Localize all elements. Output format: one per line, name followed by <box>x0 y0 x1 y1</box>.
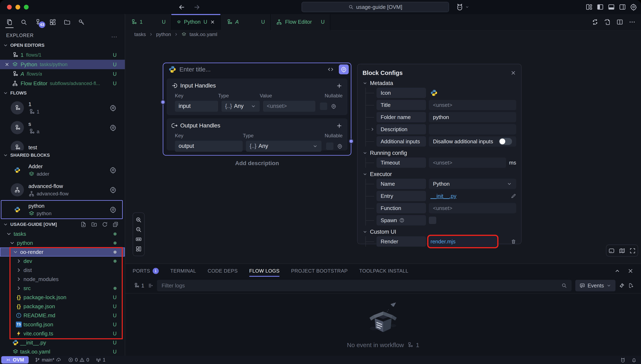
flow-settings-button[interactable] <box>110 124 117 131</box>
add-output-button[interactable] <box>336 122 343 129</box>
fullscreen-button[interactable] <box>629 247 636 254</box>
flow-item[interactable]: s a <box>0 118 125 138</box>
tree-item[interactable]: README.md U <box>0 311 125 320</box>
tree-item[interactable]: TS tsconfig.json U <box>0 320 125 329</box>
panel-tab[interactable]: TERMINAL <box>170 264 196 278</box>
function-input[interactable]: <unset> <box>429 203 516 213</box>
new-folder-button[interactable] <box>91 221 97 228</box>
customize-layout-button[interactable] <box>585 3 593 11</box>
shared-block-item[interactable]: Adder adder <box>0 160 125 180</box>
open-editor-item[interactable]: Python tasks/python U <box>0 60 125 69</box>
delete-render-button[interactable] <box>511 239 516 244</box>
add-input-button[interactable] <box>336 82 343 89</box>
tree-item[interactable]: task.oo.yaml U <box>0 347 125 356</box>
spawn-checkbox[interactable] <box>429 216 436 224</box>
nullable-checkbox[interactable] <box>326 142 333 150</box>
icon-value[interactable] <box>429 88 516 98</box>
additional-inputs-toggle[interactable] <box>499 138 512 145</box>
task-node[interactable]: Input Handles Key Type Value Nullable in… <box>163 62 351 156</box>
flow-item[interactable]: test <box>0 138 125 150</box>
zoom-out-button[interactable] <box>135 226 142 233</box>
render-input[interactable]: render.mjs <box>429 236 497 247</box>
flow-canvas[interactable]: Input Handles Key Type Value Nullable in… <box>125 39 641 264</box>
editor-more-actions-button[interactable] <box>629 18 636 25</box>
activity-folder-button[interactable] <box>63 16 72 28</box>
timeout-input[interactable]: <unset> <box>429 158 506 168</box>
maximize-panel-button[interactable] <box>614 268 620 274</box>
toggle-sidebar-button[interactable] <box>596 3 604 11</box>
tree-item[interactable]: vite.config.ts U <box>0 329 125 338</box>
tree-item[interactable]: node_modules <box>0 275 125 284</box>
flow-settings-button[interactable] <box>110 104 117 112</box>
sync-changes-button[interactable] <box>591 18 598 25</box>
open-editor-item[interactable]: Flow Editor subflows/advanced-fl... U <box>0 79 125 88</box>
search-icon[interactable] <box>561 283 567 288</box>
shared-blocks-header[interactable]: SHARED BLOCKS <box>0 150 125 160</box>
zoom-in-button[interactable] <box>135 216 142 223</box>
activity-explorer-button[interactable] <box>5 16 14 28</box>
metadata-section-header[interactable]: Metadata <box>363 79 516 88</box>
tree-item[interactable]: {} package-lock.json U <box>0 293 125 302</box>
tree-item[interactable]: src <box>0 284 125 293</box>
output-connector[interactable] <box>349 139 354 144</box>
open-editor-item[interactable]: 1 flows/1 U <box>0 50 125 60</box>
tree-item[interactable]: dist <box>0 266 125 275</box>
export-logs-button[interactable] <box>628 283 633 288</box>
activity-extensions-button[interactable] <box>48 16 57 28</box>
close-panel-button[interactable] <box>627 268 633 274</box>
tree-item[interactable]: oo-render <box>0 248 125 256</box>
code-icon[interactable] <box>327 66 334 73</box>
command-center-search[interactable]: usage-guide [OVM] <box>302 2 449 12</box>
input-value-field[interactable]: <unset> <box>263 101 315 112</box>
editor-tab[interactable]: 1 U <box>125 14 171 30</box>
open-preview-button[interactable] <box>604 18 611 25</box>
close-window-button[interactable] <box>7 5 12 10</box>
editor-tab[interactable]: A U <box>221 14 271 30</box>
new-file-button[interactable] <box>80 221 87 228</box>
description-input[interactable] <box>429 124 516 134</box>
tree-item[interactable]: {} package.json U <box>0 302 125 311</box>
activity-flows-button[interactable]: 43 <box>34 16 43 28</box>
split-editor-button[interactable] <box>616 18 623 25</box>
history-back-button[interactable] <box>178 3 185 11</box>
handle-settings-button[interactable] <box>337 144 343 149</box>
shared-block-item[interactable]: advanced-flow advanced-flow <box>0 180 125 200</box>
flow-scope-selector[interactable]: 1 <box>134 282 144 289</box>
title-input[interactable]: <unset> <box>429 100 516 110</box>
filter-logs-input[interactable] <box>162 282 561 289</box>
editor-tab[interactable]: Python U <box>171 14 221 30</box>
toggle-console-button[interactable] <box>608 247 615 254</box>
ports-item[interactable]: 1 <box>96 357 106 363</box>
events-dropdown[interactable]: Events <box>575 280 616 291</box>
shared-block-item[interactable]: python python <box>0 200 125 220</box>
custom-ui-section-header[interactable]: Custom UI <box>363 227 516 236</box>
block-settings-button[interactable] <box>110 186 117 193</box>
explorer-more-button[interactable]: ... <box>112 32 117 39</box>
breadcrumb-file[interactable]: task.oo.yaml <box>190 32 217 37</box>
entry-value[interactable]: __init__.py <box>429 191 508 201</box>
activity-search-button[interactable] <box>19 16 29 28</box>
node-settings-button[interactable] <box>339 64 349 74</box>
toggle-secondary-sidebar-button[interactable] <box>619 3 626 11</box>
input-type-select[interactable]: {..} Any <box>221 101 260 112</box>
panel-tab[interactable]: CODE DEPS <box>208 264 238 278</box>
git-branch-item[interactable]: main* <box>35 357 61 363</box>
close-icon[interactable] <box>5 62 10 67</box>
assistant-status-button[interactable] <box>620 357 626 363</box>
chevron-right-icon[interactable] <box>370 127 375 132</box>
handle-settings-button[interactable] <box>331 104 336 109</box>
input-connector[interactable] <box>161 100 165 104</box>
panel-tab[interactable]: PROJECT BOOTSTRAP <box>291 264 348 278</box>
problems-item[interactable]: 0 0 <box>68 357 89 363</box>
open-editors-header[interactable]: OPEN EDITORS <box>0 40 125 50</box>
nullable-checkbox[interactable] <box>320 102 327 110</box>
open-editor-item[interactable]: A flows/a U <box>0 69 125 79</box>
tree-item[interactable]: tasks <box>0 229 125 238</box>
editor-tab[interactable]: Flow Editor U <box>271 14 330 30</box>
settings-gear-button[interactable] <box>630 3 637 11</box>
overview-button[interactable] <box>135 246 142 252</box>
history-forward-button[interactable] <box>193 3 200 11</box>
collapse-folders-button[interactable] <box>113 221 119 228</box>
node-title-input[interactable] <box>179 66 324 73</box>
breadcrumb-item[interactable]: tasks <box>134 32 146 37</box>
